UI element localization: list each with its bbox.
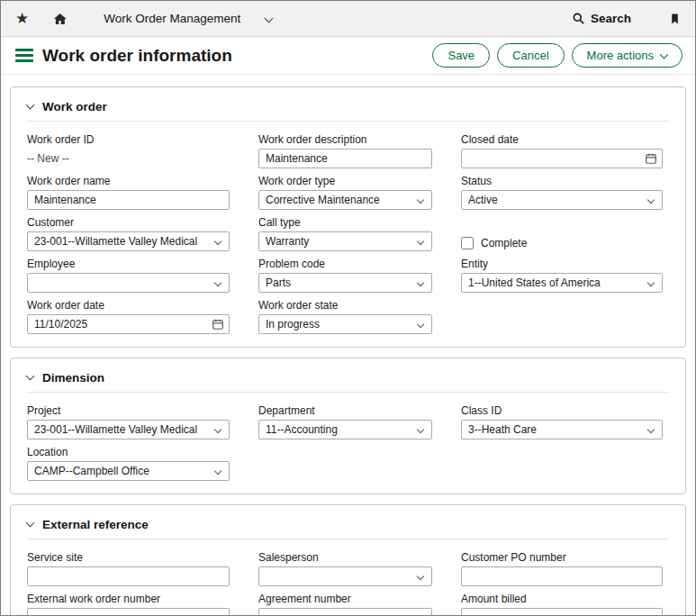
field-label: Salesperson <box>258 551 432 564</box>
calendar-icon[interactable] <box>212 318 224 331</box>
field-label: Entity <box>461 258 663 270</box>
external-work-order-number-input[interactable] <box>27 608 230 616</box>
search-button[interactable]: Search <box>572 12 631 25</box>
entity-field: Entity 1--United States of America <box>461 258 663 293</box>
list-menu-icon[interactable] <box>15 49 33 62</box>
chevron-down-icon <box>417 196 424 204</box>
field-label: Employee <box>27 258 230 270</box>
status-select[interactable]: Active <box>461 190 663 210</box>
selected-value: 11--Accounting <box>266 423 338 436</box>
field-label: Call type <box>258 216 432 229</box>
class-id-select[interactable]: 3--Heath Care <box>461 420 663 439</box>
field-label: Customer PO number <box>461 551 663 564</box>
work-order-name-input[interactable] <box>27 190 230 210</box>
selected-value: Parts <box>266 276 291 289</box>
field-label: External work order number <box>27 593 230 605</box>
external-reference-section-header: External reference <box>27 512 669 539</box>
location-select[interactable]: CAMP--Campbell Office <box>27 461 230 481</box>
collapse-chevron-icon[interactable] <box>26 101 35 110</box>
work-order-id-value: -- New -- <box>27 149 230 165</box>
complete-checkbox[interactable] <box>461 237 474 249</box>
field-label: Agreement number <box>258 593 432 605</box>
customer-select[interactable]: 23-001--Willamette Valley Medical <box>27 231 230 251</box>
field-label: Service site <box>27 551 230 564</box>
selected-value: CAMP--Campbell Office <box>34 465 149 477</box>
field-label: Department <box>258 404 432 417</box>
chevron-down-icon <box>417 573 424 580</box>
class-id-field: Class ID 3--Heath Care <box>461 404 663 439</box>
page-header: Work order information Save Cancel More … <box>1 37 695 75</box>
amount-billed-input[interactable] <box>461 608 663 616</box>
collapse-chevron-icon[interactable] <box>26 372 35 381</box>
customer-po-number-input[interactable] <box>461 566 663 586</box>
home-icon[interactable] <box>52 12 68 26</box>
selected-value: 23-001--Willamette Valley Medical <box>34 235 197 248</box>
work-order-section: Work order Work order ID -- New -- Work … <box>10 86 686 348</box>
closed-date-input[interactable] <box>461 149 663 168</box>
agreement-number-field: Agreement number <box>258 593 432 616</box>
field-label: Work order type <box>258 175 432 187</box>
page-title: Work order information <box>42 46 232 66</box>
complete-field: Complete <box>461 216 663 251</box>
call-type-select[interactable]: Warranty <box>258 231 432 251</box>
field-label: Work order name <box>27 175 230 187</box>
field-label: Work order ID <box>27 133 230 146</box>
section-title: Work order <box>42 100 107 113</box>
chevron-down-icon <box>417 321 424 328</box>
field-label: Problem code <box>258 258 432 270</box>
closed-date-field: Closed date <box>461 133 663 168</box>
employee-select[interactable] <box>27 273 230 293</box>
external-work-order-number-field: External work order number <box>27 593 230 616</box>
agreement-number-input[interactable] <box>258 608 432 616</box>
selected-value: Corrective Maintenance <box>266 194 380 206</box>
save-button[interactable]: Save <box>432 43 490 68</box>
field-label: Location <box>27 446 230 458</box>
service-site-input[interactable] <box>27 566 230 586</box>
employee-field: Employee <box>27 258 230 293</box>
work-order-type-select[interactable]: Corrective Maintenance <box>258 190 432 210</box>
work-order-state-field: Work order state In progress <box>258 299 432 334</box>
project-select[interactable]: 23-001--Willamette Valley Medical <box>27 420 230 439</box>
chevron-down-icon <box>660 50 669 59</box>
collapse-chevron-icon[interactable] <box>26 519 35 528</box>
chevron-down-icon <box>214 467 221 475</box>
selected-value: In progress <box>266 318 320 331</box>
salesperson-select[interactable] <box>258 566 432 586</box>
project-field: Project 23-001--Willamette Valley Medica… <box>27 404 230 439</box>
work-order-state-select[interactable]: In progress <box>258 314 432 334</box>
chevron-down-icon <box>214 238 221 245</box>
top-bar: ★ Work Order Management Search <box>1 1 695 37</box>
chevron-down-icon <box>214 279 221 286</box>
work-order-section-header: Work order <box>27 95 669 122</box>
selected-value: Warranty <box>266 235 309 248</box>
entity-select[interactable]: 1--United States of America <box>461 273 663 293</box>
more-actions-button[interactable]: More actions <box>572 43 682 68</box>
amount-billed-field: Amount billed <box>461 593 663 616</box>
chevron-down-icon <box>417 426 424 433</box>
work-order-date-input[interactable] <box>27 314 230 334</box>
field-label: Closed date <box>461 133 663 146</box>
field-label: Work order date <box>27 299 230 312</box>
dimension-section: Dimension Project 23-001--Willamette Val… <box>10 358 686 494</box>
service-site-field: Service site <box>27 551 230 586</box>
cancel-button[interactable]: Cancel <box>497 43 564 68</box>
app-menu-dropdown[interactable]: Work Order Management <box>104 12 272 25</box>
complete-label: Complete <box>481 237 527 249</box>
customer-field: Customer 23-001--Willamette Valley Medic… <box>27 216 230 251</box>
field-label: Amount billed <box>461 593 663 605</box>
chevron-down-icon <box>214 426 221 433</box>
work-order-type-field: Work order type Corrective Maintenance <box>258 175 432 210</box>
selected-value: 23-001--Willamette Valley Medical <box>34 423 197 436</box>
location-field: Location CAMP--Campbell Office <box>27 446 230 481</box>
salesperson-field: Salesperson <box>258 551 432 586</box>
external-reference-section: External reference Service site Salesper… <box>10 504 686 616</box>
work-order-id-field: Work order ID -- New -- <box>27 133 230 168</box>
selected-value: Active <box>468 194 498 206</box>
bookmark-icon[interactable] <box>669 12 681 26</box>
calendar-icon[interactable] <box>645 152 657 165</box>
favorite-star-icon[interactable]: ★ <box>15 11 29 26</box>
work-order-description-input[interactable] <box>258 149 432 168</box>
department-select[interactable]: 11--Accounting <box>258 420 432 439</box>
problem-code-select[interactable]: Parts <box>258 273 432 293</box>
field-label: Status <box>461 175 663 187</box>
